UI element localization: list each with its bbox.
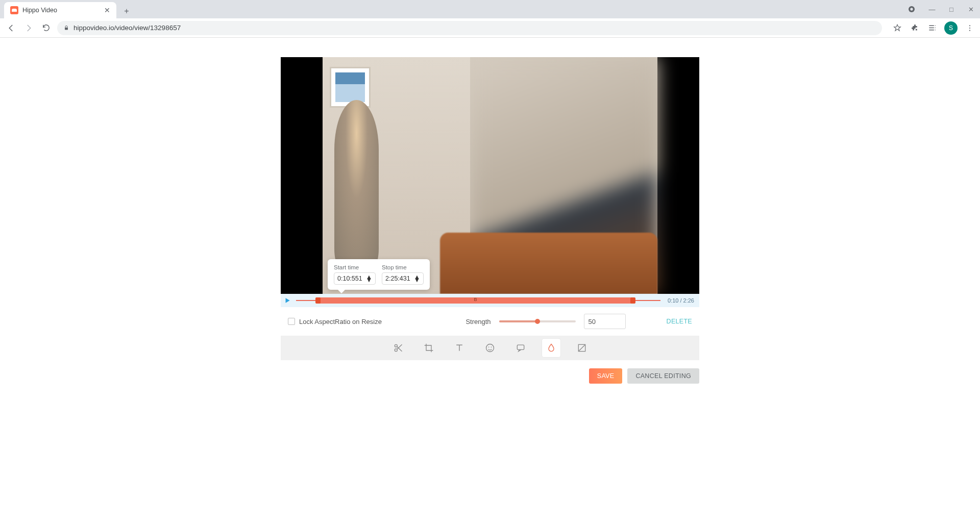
lock-aspect-ratio-toggle[interactable]: Lock AspectRatio on Resize <box>288 318 382 325</box>
svg-point-8 <box>486 344 494 352</box>
time-range-tooltip: Start time 0:10:551 ▲▼ Stop time 2:25:43… <box>328 259 430 290</box>
video-editor: Start time 0:10:551 ▲▼ Stop time 2:25:43… <box>281 57 699 360</box>
timeline: B 0:10 / 2:26 <box>281 294 699 307</box>
svg-point-4 <box>969 27 970 28</box>
delete-button[interactable]: DELETE <box>667 318 692 325</box>
url-field[interactable]: hippovideo.io/video/view/13298657 <box>57 21 882 35</box>
strength-label: Strength <box>465 318 491 325</box>
range-handle-end[interactable] <box>630 297 635 304</box>
reading-list-icon[interactable] <box>927 23 937 33</box>
current-time: 0:10 <box>668 297 678 304</box>
account-circle-icon[interactable] <box>908 5 918 13</box>
svg-point-3 <box>969 25 970 26</box>
range-bar[interactable]: B <box>318 297 633 304</box>
time-readout: 0:10 / 2:26 <box>663 297 699 304</box>
range-handle-start[interactable] <box>315 297 321 304</box>
chair-prop <box>440 233 657 294</box>
slider-fill <box>499 320 537 322</box>
svg-rect-11 <box>517 345 524 349</box>
window-minimize-icon[interactable]: — <box>927 6 937 13</box>
start-time-value: 0:10:551 <box>337 275 362 282</box>
options-row: Lock AspectRatio on Resize Strength DELE… <box>281 307 699 336</box>
video-preview[interactable]: Start time 0:10:551 ▲▼ Stop time 2:25:43… <box>281 57 699 294</box>
svg-point-6 <box>395 349 397 352</box>
svg-point-5 <box>969 30 970 31</box>
start-time-spinner[interactable]: ▲▼ <box>366 275 372 282</box>
favicon-icon <box>10 6 18 14</box>
avatar-initial: S <box>949 24 953 32</box>
tab-close-icon[interactable]: ✕ <box>104 6 110 14</box>
address-bar-right: S <box>892 21 975 35</box>
total-time: 2:26 <box>683 297 694 304</box>
url-text: hippovideo.io/video/view/13298657 <box>74 24 181 32</box>
checkbox-icon[interactable] <box>288 318 295 325</box>
stop-time-field: Stop time 2:25:431 ▲▼ <box>382 264 424 285</box>
tool-toolbar <box>281 336 699 360</box>
resize-tool[interactable] <box>573 339 591 357</box>
lock-aspect-ratio-label: Lock AspectRatio on Resize <box>299 318 382 325</box>
kebab-menu-icon[interactable] <box>965 23 975 33</box>
window-maximize-icon[interactable]: □ <box>946 6 957 13</box>
nav-forward-button[interactable] <box>22 22 35 34</box>
window-close-icon[interactable]: ✕ <box>966 6 976 13</box>
strength-input[interactable] <box>584 314 626 329</box>
svg-point-10 <box>491 347 492 348</box>
timeline-track[interactable]: B <box>296 296 660 305</box>
stop-time-value: 2:25:431 <box>385 275 410 282</box>
strength-slider[interactable] <box>499 320 576 322</box>
video-content <box>323 57 657 294</box>
tab-title: Hippo Video <box>22 7 57 14</box>
cancel-editing-button[interactable]: CANCEL EDITING <box>627 368 699 384</box>
extensions-icon[interactable] <box>910 23 920 33</box>
start-time-label: Start time <box>334 264 376 270</box>
range-label: B <box>474 297 477 302</box>
nav-reload-button[interactable] <box>40 22 52 34</box>
stop-time-input[interactable]: 2:25:431 ▲▼ <box>382 272 424 285</box>
profile-avatar[interactable]: S <box>944 21 958 35</box>
start-time-input[interactable]: 0:10:551 ▲▼ <box>334 272 376 285</box>
text-tool[interactable] <box>450 339 469 357</box>
person-figure <box>334 100 379 266</box>
play-button[interactable] <box>281 294 294 307</box>
svg-point-9 <box>488 347 489 348</box>
browser-tab[interactable]: Hippo Video ✕ <box>4 2 116 18</box>
strength-control: Strength <box>465 314 625 329</box>
tab-bar: Hippo Video ✕ + — □ ✕ <box>0 0 980 18</box>
new-tab-button[interactable]: + <box>119 4 134 18</box>
svg-point-7 <box>395 344 397 347</box>
blur-tool[interactable] <box>542 339 560 357</box>
emoji-tool[interactable] <box>481 339 499 357</box>
stop-time-spinner[interactable]: ▲▼ <box>414 275 420 282</box>
window-controls: — □ ✕ <box>908 0 976 18</box>
page-body: Start time 0:10:551 ▲▼ Stop time 2:25:43… <box>0 38 980 384</box>
stop-time-label: Stop time <box>382 264 424 270</box>
svg-point-1 <box>910 8 913 10</box>
svg-rect-2 <box>65 28 68 30</box>
start-time-field: Start time 0:10:551 ▲▼ <box>334 264 376 285</box>
lock-icon <box>63 25 69 31</box>
address-bar: hippovideo.io/video/view/13298657 S <box>0 18 980 38</box>
slider-thumb[interactable] <box>535 319 540 324</box>
crop-tool[interactable] <box>420 339 438 357</box>
browser-chrome: Hippo Video ✕ + — □ ✕ hippovideo.io/vide… <box>0 0 980 38</box>
cut-tool[interactable] <box>389 339 407 357</box>
star-icon[interactable] <box>892 23 902 33</box>
editor-footer: SAVE CANCEL EDITING <box>281 360 699 384</box>
save-button[interactable]: SAVE <box>589 368 623 384</box>
nav-back-button[interactable] <box>5 22 17 34</box>
callout-tool[interactable] <box>511 339 530 357</box>
